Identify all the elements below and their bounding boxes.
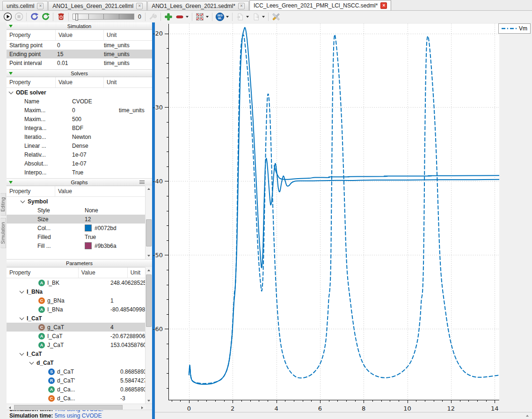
table-row[interactable]: Starting point0time_units [7, 41, 152, 50]
table-row[interactable]: Col...#0072bd [7, 224, 146, 232]
column-header[interactable]: Value [56, 77, 104, 87]
chevron-down-icon[interactable] [226, 16, 229, 18]
cellml-export-button-2[interactable] [250, 12, 262, 22]
table-row[interactable]: StyleNone [7, 206, 146, 215]
slider-handle[interactable] [75, 14, 78, 21]
table-row[interactable]: Cg_BNa1con... [7, 296, 146, 305]
color-swatch[interactable] [85, 242, 92, 249]
column-header[interactable]: Property [7, 186, 55, 196]
scroll-down-button[interactable] [146, 253, 152, 259]
table-row[interactable]: Cd_Ca...-3volt... [7, 394, 146, 403]
chevron-down-icon[interactable] [186, 16, 189, 18]
column-header[interactable]: Property [7, 30, 56, 40]
table-row[interactable]: Ad_Ca...0.8685893547...dim... [7, 385, 146, 394]
table-row[interactable]: ODE solver [7, 88, 152, 97]
column-header[interactable]: Unit [104, 77, 151, 87]
tab-editing[interactable]: Editing [0, 193, 6, 216]
table-row[interactable]: Rd_CaT'5.5847427793...dim... [7, 376, 146, 385]
column-header[interactable]: Unit [128, 267, 146, 278]
simulation-section-header[interactable]: Simulation [7, 22, 152, 30]
table-row[interactable]: Iteratio...Newton [7, 132, 152, 141]
stop-button[interactable] [13, 12, 24, 22]
chevron-down-icon[interactable] [20, 315, 24, 320]
graph-panels-layout-button[interactable] [194, 12, 205, 22]
table-row[interactable]: Size12 [7, 215, 146, 224]
cellml-export-button-1[interactable] [234, 12, 246, 22]
table-row[interactable]: AI_BK248.40628525...curr... [7, 278, 146, 287]
delay-slider[interactable] [73, 14, 134, 20]
tab-icc-sedml[interactable]: ICC_Lees_Green_2021_PMR_LCl_NSCC.sedml* … [249, 0, 391, 10]
table-row[interactable]: I_CaT [7, 314, 146, 323]
scroll-up-button[interactable] [146, 267, 152, 274]
add-graph-panel-button[interactable] [163, 12, 174, 22]
graphs-vertical-scrollbar[interactable] [145, 186, 152, 259]
reset-parameters-button[interactable] [29, 12, 40, 22]
column-header[interactable]: Value [56, 30, 104, 40]
table-row[interactable]: Maxim...500 [7, 115, 152, 123]
table-row[interactable]: Absolut...1e-07 [7, 159, 152, 168]
chevron-down-icon[interactable] [9, 89, 14, 94]
table-row[interactable]: Linear ...Dense [7, 141, 152, 150]
table-row[interactable]: I_BNa [7, 287, 146, 296]
chevron-down-icon[interactable] [246, 16, 249, 18]
table-row[interactable]: AI_BNa-80.48540998...curr... [7, 305, 146, 314]
column-header[interactable]: Property [7, 267, 79, 278]
table-row[interactable]: d_CaT [7, 358, 146, 367]
run-button[interactable] [2, 12, 13, 22]
menu-icon[interactable] [139, 181, 145, 184]
table-row[interactable]: Relativ...1e-07 [7, 150, 152, 159]
delete-results-button[interactable] [55, 12, 66, 22]
collapse-triangle-icon[interactable] [9, 181, 13, 184]
chart-svg[interactable]: 02468101214-20-30-40-50-60 [168, 24, 515, 419]
chevron-down-icon[interactable] [20, 289, 24, 293]
close-icon[interactable]: × [238, 3, 245, 9]
clear-results-button[interactable] [40, 12, 51, 22]
scrollbar-thumb[interactable] [146, 219, 152, 246]
table-row[interactable]: Maxim...0time_units [7, 106, 152, 115]
expand-output-button[interactable] [524, 413, 531, 419]
table-row[interactable]: Ending point15time_units [7, 50, 152, 58]
scroll-up-button[interactable] [146, 186, 152, 192]
column-header[interactable]: Unit [104, 30, 151, 40]
solvers-section-header[interactable]: Solvers [7, 70, 152, 77]
column-header[interactable]: Value [55, 186, 145, 196]
close-icon[interactable]: × [37, 3, 44, 9]
table-row[interactable]: I_CaT [7, 349, 146, 358]
table-row[interactable]: Point interval0.01time_units [7, 58, 152, 67]
tab-units-cellml[interactable]: units.cellml × [2, 1, 48, 10]
tab-ano1-cellml[interactable]: ANO1_Lees_Green_2021.cellml × [48, 1, 147, 10]
collapse-triangle-icon[interactable] [9, 72, 13, 75]
scroll-down-button[interactable] [146, 397, 152, 404]
tab-simulation[interactable]: Simulation [0, 218, 6, 248]
table-row[interactable]: Sd_CaT0.8685893380...dim... [7, 367, 146, 376]
column-header[interactable]: Property [7, 77, 56, 87]
graphs-section-header[interactable]: Graphs [7, 179, 152, 186]
table-row[interactable]: NameCVODE [7, 97, 152, 106]
tab-ano1-sedml[interactable]: ANO1_Lees_Green_2021.sedml* × [147, 1, 249, 10]
table-row[interactable]: FilledTrue [7, 232, 146, 241]
development-mode-button[interactable] [147, 12, 159, 22]
chevron-down-icon[interactable] [20, 351, 24, 355]
chevron-down-icon[interactable] [262, 16, 265, 18]
table-row[interactable]: Fill ...#9b3b6a [7, 241, 146, 250]
table-row[interactable]: AI_CaT-20.67288906...curr... [7, 332, 146, 340]
remove-graph-panel-button[interactable] [174, 12, 185, 22]
parameters-vertical-scrollbar[interactable] [145, 267, 152, 404]
sedml-export-button[interactable]: SEDML [214, 12, 226, 22]
scrollbar-thumb[interactable] [146, 275, 152, 327]
chevron-down-icon[interactable] [29, 360, 34, 364]
color-swatch[interactable] [85, 224, 92, 231]
table-row[interactable]: Symbol [7, 197, 146, 206]
close-icon[interactable]: × [136, 3, 143, 9]
parameters-section-header[interactable]: Parameters [7, 260, 152, 267]
preferences-button[interactable] [270, 12, 282, 22]
collapse-triangle-icon[interactable] [9, 25, 13, 28]
column-header[interactable]: Value [79, 267, 128, 278]
table-row[interactable]: AJ_CaT153.04358760...micr... [7, 340, 146, 349]
table-row[interactable]: Cg_CaT4con... [7, 323, 146, 332]
table-row[interactable]: Interpo...True [7, 168, 152, 177]
close-icon[interactable]: × [380, 2, 387, 9]
table-row[interactable]: Integra...BDF [7, 123, 152, 132]
chevron-down-icon[interactable] [206, 16, 209, 18]
chevron-down-icon[interactable] [21, 198, 25, 203]
